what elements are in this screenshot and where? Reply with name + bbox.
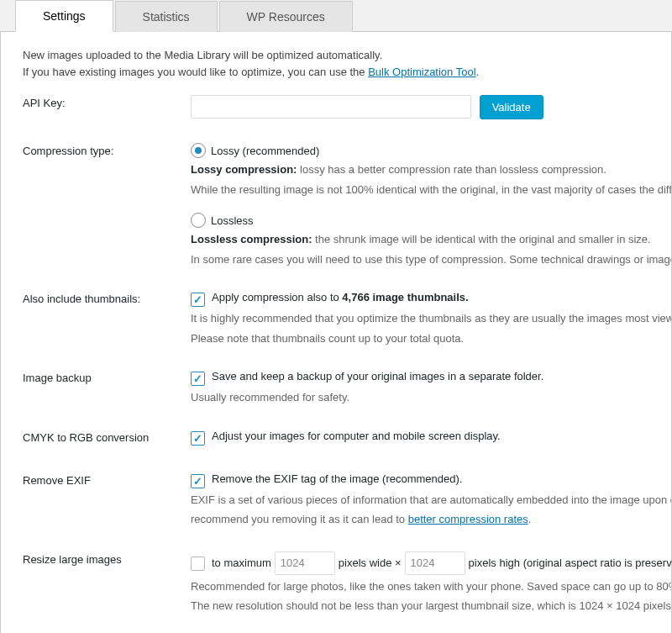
resize-mid: pixels wide ×	[339, 557, 402, 569]
exif-desc2b: .	[528, 513, 532, 525]
row-api-key: API Key: Validate	[23, 95, 671, 119]
lossy-desc1: lossy has a better compression rate than…	[297, 163, 606, 176]
bulk-optimization-link[interactable]: Bulk Optimization Tool	[368, 66, 475, 78]
resize-suffix: pixels high (original aspect ratio is pr…	[469, 557, 672, 569]
row-backup: Image backup Save and keep a backup of y…	[23, 370, 671, 406]
radio-lossy[interactable]: Lossy (recommended)	[191, 143, 671, 158]
better-compression-link[interactable]: better compression rates	[408, 513, 528, 525]
radio-lossy-control[interactable]	[191, 143, 206, 158]
lossless-desc-bold: Lossless compression:	[191, 233, 312, 245]
resize-width-input[interactable]	[275, 551, 335, 575]
row-thumbnails: Also include thumbnails: Apply compressi…	[23, 291, 671, 346]
exif-checkbox[interactable]	[191, 474, 205, 488]
validate-button[interactable]: Validate	[480, 95, 543, 119]
tab-settings[interactable]: Settings	[15, 0, 113, 32]
backup-desc: Usually recommended for safety.	[191, 389, 671, 406]
tabs: Settings Statistics WP Resources	[0, 0, 672, 32]
lossless-desc2: In some rare cases you will need to use …	[191, 251, 671, 268]
thumbnails-desc2: Please note that thumbnails count up to …	[191, 330, 671, 347]
intro-text: New images uploaded to the Media Library…	[23, 47, 671, 80]
thumbnails-option: Apply compression also to 4,766 image th…	[212, 291, 469, 303]
cmyk-label: CMYK to RGB conversion	[23, 430, 191, 444]
tab-statistics[interactable]: Statistics	[115, 1, 218, 32]
backup-label: Image backup	[23, 370, 191, 384]
lossy-desc2: While the resulting image is not 100% id…	[191, 182, 671, 198]
radio-lossless-control[interactable]	[191, 213, 206, 228]
settings-panel: New images uploaded to the Media Library…	[0, 32, 672, 633]
radio-lossy-label: Lossy (recommended)	[211, 145, 319, 157]
resize-option: to maximum pixels wide × pixels high (or…	[212, 551, 672, 575]
exif-option: Remove the EXIF tag of the image (recomm…	[212, 472, 462, 485]
api-key-input[interactable]	[191, 95, 471, 119]
thumbnails-label: Also include thumbnails:	[23, 291, 191, 305]
lossy-desc-bold: Lossy compression:	[191, 163, 297, 176]
cmyk-option: Adjust your images for computer and mobi…	[212, 430, 501, 442]
exif-label: Remove EXIF	[23, 472, 191, 487]
row-cmyk: CMYK to RGB conversion Adjust your image…	[23, 430, 671, 449]
intro-line2a: If you have existing images you would li…	[23, 66, 368, 78]
radio-lossless-label: Lossless	[211, 214, 254, 227]
row-compression: Compression type: Lossy (recommended) Lo…	[23, 143, 671, 267]
intro-line2b: .	[476, 66, 480, 78]
exif-desc2a: recommend you removing it as it can lead…	[191, 513, 408, 525]
cmyk-checkbox[interactable]	[191, 431, 205, 446]
thumbnails-desc1: It is highly recommended that you optimi…	[191, 310, 671, 327]
row-exif: Remove EXIF Remove the EXIF tag of the i…	[23, 472, 671, 528]
backup-checkbox[interactable]	[191, 372, 205, 386]
thumbnails-option-a: Apply compression also to	[212, 291, 342, 303]
row-resize: Resize large images to maximum pixels wi…	[23, 551, 671, 615]
exif-desc1: EXIF is a set of various pieces of infor…	[191, 492, 671, 509]
resize-prefix: to maximum	[212, 557, 271, 569]
thumbnails-checkbox[interactable]	[191, 293, 205, 307]
resize-desc1: Recommended for large photos, like the o…	[191, 578, 671, 595]
resize-checkbox[interactable]	[191, 557, 205, 571]
radio-lossless[interactable]: Lossless	[191, 213, 671, 228]
backup-option: Save and keep a backup of your original …	[212, 370, 543, 382]
resize-height-input[interactable]	[405, 551, 465, 575]
resize-desc2: The new resolution should not be less th…	[191, 598, 671, 615]
intro-line1: New images uploaded to the Media Library…	[23, 47, 671, 64]
tab-resources[interactable]: WP Resources	[219, 1, 353, 32]
api-key-label: API Key:	[23, 95, 191, 109]
lossless-desc1: the shrunk image will be identical with …	[312, 233, 651, 245]
thumbnails-option-b: 4,766 image thumbnails.	[342, 291, 468, 303]
compression-label: Compression type:	[23, 143, 191, 157]
resize-label: Resize large images	[23, 551, 191, 566]
